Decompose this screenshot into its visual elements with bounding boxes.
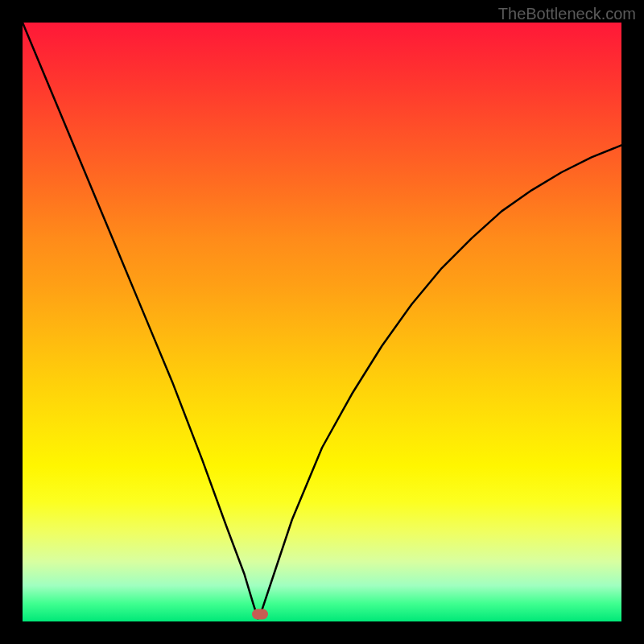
watermark-text: TheBottleneck.com	[498, 5, 636, 23]
minimum-point-marker	[252, 609, 268, 620]
bottleneck-curve	[23, 23, 621, 621]
chart-plot-area	[23, 23, 621, 621]
